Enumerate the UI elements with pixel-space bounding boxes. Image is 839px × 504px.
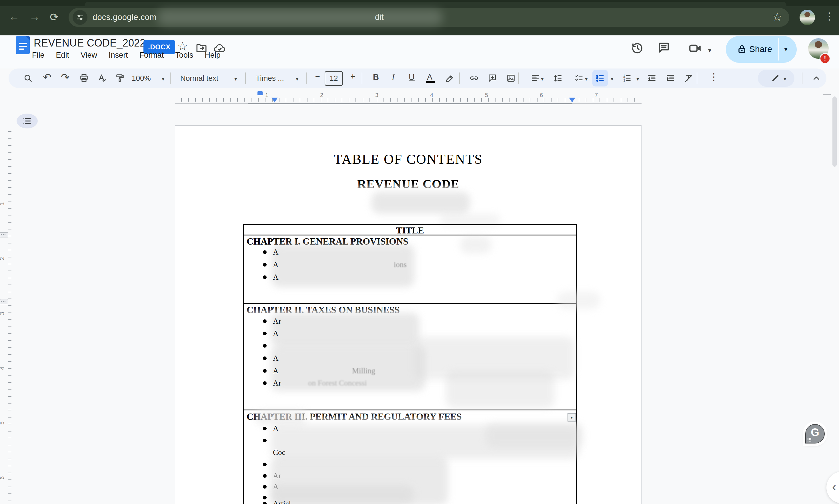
menu-view[interactable]: View <box>81 51 97 60</box>
numbered-list-caret-icon[interactable]: ▾ <box>636 76 639 82</box>
insert-link-icon[interactable] <box>469 73 479 83</box>
vertical-scrollbar[interactable] <box>833 96 837 167</box>
decrease-font-icon[interactable]: − <box>315 72 320 81</box>
menu-edit[interactable]: Edit <box>56 51 69 60</box>
meet-caret-icon[interactable]: ▾ <box>708 47 711 54</box>
right-indent-marker[interactable] <box>569 97 575 103</box>
document-title[interactable]: REVENUE CODE_2022 <box>34 37 146 49</box>
bullet-dot <box>263 357 267 360</box>
clear-formatting-icon[interactable] <box>684 73 694 83</box>
first-line-indent-marker[interactable] <box>257 91 263 95</box>
lock-icon <box>736 43 748 55</box>
comments-icon[interactable] <box>657 41 670 54</box>
redacted-text-blur <box>460 236 492 253</box>
back-icon[interactable]: ← <box>8 11 19 23</box>
reload-icon[interactable]: ⟳ <box>50 11 59 23</box>
toolbar-divider <box>306 72 307 84</box>
editing-mode-caret-icon[interactable]: ▾ <box>784 76 786 82</box>
bulleted-list-caret-icon[interactable]: ▾ <box>611 76 614 82</box>
account-alert-badge: ! <box>820 53 831 64</box>
url-text[interactable]: docs.google.com <box>92 13 157 22</box>
bullet-text-fragment: A <box>273 424 279 433</box>
toolbar-divider <box>245 72 246 84</box>
bullet-dot <box>263 344 267 348</box>
checklist-caret-icon[interactable]: ▾ <box>585 76 588 82</box>
grammarly-drag-dots <box>807 437 811 442</box>
decrease-indent-icon[interactable] <box>647 73 657 83</box>
font-select[interactable]: Times ... <box>256 74 284 83</box>
spellcheck-icon[interactable] <box>98 73 107 83</box>
paint-format-icon[interactable] <box>115 73 125 83</box>
menu-insert[interactable]: Insert <box>108 51 128 60</box>
redacted-text-blur <box>440 214 500 226</box>
add-comment-icon[interactable] <box>487 73 497 83</box>
highlight-color-icon[interactable] <box>445 73 455 83</box>
align-icon[interactable] <box>531 73 541 83</box>
redo-icon[interactable]: ↷ <box>61 71 69 83</box>
paragraph-style-select[interactable]: Normal text <box>180 74 218 83</box>
text-color-button[interactable]: A <box>427 72 432 82</box>
menu-tools[interactable]: Tools <box>175 51 193 60</box>
hide-menus-chevron-icon[interactable] <box>811 73 821 83</box>
toolbar-overflow-icon[interactable]: ⋮ <box>709 71 718 82</box>
browser-chrome: ← → ⟳ docs.google.com dit ☆ ⋮ <box>0 0 839 35</box>
table-options-dropdown[interactable]: ▾ <box>567 413 576 421</box>
numbered-list-icon[interactable]: 1 2 3 <box>622 73 632 83</box>
menu-file[interactable]: File <box>32 51 45 60</box>
undo-icon[interactable]: ↶ <box>43 71 51 83</box>
browser-profile-avatar[interactable] <box>800 10 815 25</box>
browser-menu-icon[interactable]: ⋮ <box>824 10 835 22</box>
bullet-dot <box>263 275 267 279</box>
partial-bullet-text: Articl <box>273 500 291 504</box>
bullet-dot <box>263 496 267 500</box>
bullet-dot <box>263 263 267 267</box>
editing-mode-pen-icon[interactable] <box>770 73 780 83</box>
bold-button[interactable]: B <box>373 72 379 82</box>
ruler-number: 6 <box>0 476 5 480</box>
bookmark-star-icon[interactable]: ☆ <box>772 10 783 23</box>
version-history-icon[interactable] <box>630 41 644 55</box>
zoom-caret-icon[interactable]: ▾ <box>162 76 165 82</box>
font-size-input[interactable]: 12 <box>325 71 343 86</box>
bullet-text-fragment: Ar <box>273 317 281 326</box>
print-icon[interactable] <box>79 73 89 83</box>
ruler-number: 1 <box>265 92 268 98</box>
zoom-select[interactable]: 100% <box>132 74 151 83</box>
share-button[interactable]: Share ▾ <box>726 36 797 63</box>
underline-button[interactable]: U <box>409 72 415 82</box>
forward-icon[interactable]: → <box>29 11 40 23</box>
increase-font-icon[interactable]: + <box>350 72 355 81</box>
font-caret-icon[interactable]: ▾ <box>296 76 298 82</box>
share-caret-icon[interactable]: ▾ <box>784 45 788 53</box>
meet-video-icon[interactable] <box>688 41 702 55</box>
active-tab[interactable] <box>85 2 786 6</box>
line-spacing-icon[interactable] <box>553 73 562 83</box>
left-indent-marker[interactable] <box>272 97 278 103</box>
menu-help[interactable]: Help <box>205 51 221 60</box>
ruler-number: 4 <box>430 92 433 98</box>
address-bar[interactable]: docs.google.com dit ☆ <box>69 8 789 27</box>
google-docs-logo[interactable] <box>16 36 30 54</box>
grammarly-widget[interactable]: G <box>805 424 825 444</box>
checklist-icon[interactable] <box>574 73 584 83</box>
vertical-ruler[interactable] <box>8 125 12 504</box>
style-caret-icon[interactable]: ▾ <box>234 76 237 82</box>
table-row-grip[interactable] <box>0 232 8 237</box>
ruler-number: 2 <box>320 92 323 98</box>
increase-indent-icon[interactable] <box>666 73 675 83</box>
table-header-cell[interactable]: TITLE <box>243 225 577 236</box>
ruler-number: 3 <box>0 312 5 315</box>
chevron-left-icon: ‹ <box>832 480 836 494</box>
show-document-outline-button[interactable] <box>17 113 38 128</box>
redacted-text-blur <box>271 485 414 504</box>
insert-image-icon[interactable] <box>506 73 516 83</box>
menu-format[interactable]: Format <box>139 51 164 60</box>
toc-heading: TABLE OF CONTENTS <box>175 151 641 167</box>
bulleted-list-icon[interactable] <box>595 73 605 83</box>
align-caret-icon[interactable]: ▾ <box>541 76 544 82</box>
site-settings-icon[interactable] <box>73 10 87 25</box>
search-menus-icon[interactable] <box>23 73 33 83</box>
italic-button[interactable]: I <box>392 72 395 82</box>
table-row-grip[interactable] <box>0 299 8 304</box>
redacted-text-blur <box>557 292 600 309</box>
